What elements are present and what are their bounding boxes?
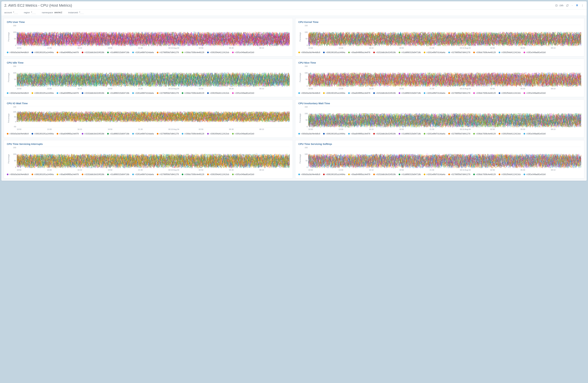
legend-item[interactable]: i-00ad049f85a14e978 [348, 133, 370, 135]
legend-item[interactable]: i-036dc7009c4e48129 [473, 133, 496, 135]
legend-item[interactable]: i-000d3a3dcf4e4d6c9 [298, 92, 320, 94]
legend-item[interactable]: i-0261e6fbf7d14da4a [132, 92, 154, 94]
legend-item[interactable]: i-01d8f80315d04718b [399, 133, 421, 135]
chart-plot[interactable] [308, 106, 581, 128]
legend-item[interactable]: i-02786f59d7d841278 [157, 51, 179, 54]
chart-plot[interactable] [17, 25, 290, 46]
legend-item[interactable]: i-036dc7009c4e48129 [182, 51, 204, 54]
x-tick: 10:50 [17, 88, 47, 90]
legend-item[interactable]: i-00ad049f85a14e978 [57, 173, 79, 175]
legend-item[interactable]: i-03f1e349ad81e01b0 [232, 92, 254, 94]
legend-item[interactable]: i-036dc7009c4e48129 [473, 173, 496, 175]
legend-item[interactable]: i-0261e6fbf7d14da4a [424, 92, 445, 94]
legend-item[interactable]: i-00619010f1a14494a [32, 133, 54, 135]
chart-plot[interactable] [308, 25, 581, 46]
legend-item[interactable]: i-03f1e349ad81e01b0 [232, 51, 254, 54]
legend-item[interactable]: i-03f1e349ad81e01b0 [524, 51, 546, 54]
legend-item[interactable]: i-000d3a3dcf4e4d6c9 [7, 92, 29, 94]
legend-item[interactable]: i-0261e6fbf7d14da4a [424, 51, 445, 54]
legend-item[interactable]: i-0152ddb18c024519b [373, 173, 396, 175]
refresh-icon[interactable] [566, 4, 569, 7]
legend-item[interactable]: i-0261e6fbf7d14da4a [132, 133, 154, 135]
legend-item[interactable]: i-0391f54d4112413cb [207, 51, 229, 54]
legend-item[interactable]: i-02786f59d7d841278 [448, 51, 470, 54]
legend-item[interactable]: i-01d8f80315d04718b [107, 51, 129, 54]
legend-item[interactable]: i-0391f54d4112413cb [499, 92, 521, 94]
legend-item[interactable]: i-0261e6fbf7d14da4a [132, 51, 154, 54]
legend-item[interactable]: i-00ad049f85a14e978 [57, 51, 79, 54]
legend-item[interactable]: i-02786f59d7d841278 [157, 173, 179, 175]
filter-namespace[interactable]: namespaceaws/ec2 [42, 11, 62, 14]
legend-item[interactable]: i-0152ddb18c024519b [82, 133, 104, 135]
legend-item[interactable]: i-0391f54d4112413cb [499, 133, 521, 135]
legend-item[interactable]: i-00ad049f85a14e978 [57, 92, 79, 94]
legend-item[interactable]: i-00619010f1a14494a [323, 173, 345, 175]
refresh-dropdown-chevron-icon[interactable] [571, 5, 573, 6]
legend-item[interactable]: i-000d3a3dcf4e4d6c9 [7, 133, 29, 135]
legend-item[interactable]: i-036dc7009c4e48129 [182, 92, 204, 94]
kebab-menu-icon[interactable] [581, 4, 584, 7]
legend-item[interactable]: i-000d3a3dcf4e4d6c9 [7, 51, 29, 54]
chart-plot[interactable] [17, 65, 290, 87]
legend-item[interactable]: i-0391f54d4112413cb [499, 173, 521, 175]
legend-item[interactable]: i-03f1e349ad81e01b0 [232, 173, 254, 175]
legend-item[interactable]: i-00619010f1a14494a [323, 92, 345, 94]
legend-item[interactable]: i-036dc7009c4e48129 [182, 173, 204, 175]
legend-item[interactable]: i-02786f59d7d841278 [157, 133, 179, 135]
legend-item[interactable]: i-00619010f1a14494a [32, 51, 54, 54]
legend-item[interactable]: i-0261e6fbf7d14da4a [424, 133, 445, 135]
legend-item[interactable]: i-01d8f80315d04718b [399, 92, 421, 94]
chart-plot[interactable] [17, 106, 290, 128]
legend-item[interactable]: i-03f1e349ad81e01b0 [232, 133, 254, 135]
legend-item[interactable]: i-000d3a3dcf4e4d6c9 [298, 133, 320, 135]
chart-plot[interactable] [308, 65, 581, 87]
legend-item[interactable]: i-01d8f80315d04718b [107, 133, 129, 135]
legend-item[interactable]: i-00619010f1a14494a [323, 51, 345, 54]
chart-plot[interactable] [17, 147, 290, 168]
legend-item[interactable]: i-000d3a3dcf4e4d6c9 [298, 173, 320, 175]
legend-item[interactable]: i-01d8f80315d04718b [399, 51, 421, 54]
legend-item[interactable]: i-01d8f80315d04718b [399, 173, 421, 175]
time-range-picker[interactable]: -24h [555, 4, 563, 7]
filter-icon[interactable] [576, 4, 578, 7]
legend-item[interactable]: i-00619010f1a14494a [32, 92, 54, 94]
legend-item[interactable]: i-02786f59d7d841278 [157, 92, 179, 94]
legend-item[interactable]: i-01d8f80315d04718b [107, 173, 129, 175]
filter-account[interactable]: account* [4, 11, 18, 14]
legend-item[interactable]: i-0391f54d4112413cb [207, 133, 229, 135]
filter-region[interactable]: region* [24, 11, 36, 14]
x-tick: 16:10 [77, 47, 108, 49]
legend-item[interactable]: i-0391f54d4112413cb [207, 92, 229, 94]
legend-item[interactable]: i-0152ddb18c024519b [373, 133, 396, 135]
legend-item[interactable]: i-00619010f1a14494a [32, 173, 54, 175]
legend-item[interactable]: i-0152ddb18c024519b [373, 51, 396, 54]
legend-item[interactable]: i-0152ddb18c024519b [82, 92, 104, 94]
legend-item[interactable]: i-000d3a3dcf4e4d6c9 [7, 173, 29, 175]
legend-item[interactable]: i-0152ddb18c024519b [82, 51, 104, 54]
legend-item[interactable]: i-02786f59d7d841278 [448, 133, 470, 135]
legend-item[interactable]: i-00ad049f85a14e978 [348, 173, 370, 175]
legend-item[interactable]: i-0152ddb18c024519b [82, 173, 104, 175]
legend-item[interactable]: i-036dc7009c4e48129 [473, 51, 496, 54]
legend-item[interactable]: i-00ad049f85a14e978 [348, 51, 370, 54]
legend-item[interactable]: i-02786f59d7d841278 [448, 173, 470, 175]
legend-item[interactable]: i-00ad049f85a14e978 [348, 92, 370, 94]
legend-item[interactable]: i-01d8f80315d04718b [107, 92, 129, 94]
legend-item[interactable]: i-0152ddb18c024519b [373, 92, 396, 94]
legend-swatch [7, 92, 8, 94]
legend-item[interactable]: i-0261e6fbf7d14da4a [424, 173, 445, 175]
legend-item[interactable]: i-036dc7009c4e48129 [182, 133, 204, 135]
legend-item[interactable]: i-03f1e349ad81e01b0 [524, 173, 546, 175]
legend-item[interactable]: i-03f1e349ad81e01b0 [524, 92, 546, 94]
legend-item[interactable]: i-0261e6fbf7d14da4a [132, 173, 154, 175]
legend-item[interactable]: i-03f1e349ad81e01b0 [524, 133, 546, 135]
legend-item[interactable]: i-00ad049f85a14e978 [57, 133, 79, 135]
legend-item[interactable]: i-02786f59d7d841278 [448, 92, 470, 94]
chart-plot[interactable] [308, 147, 581, 168]
filter-instanceid[interactable]: instanceid* [68, 11, 84, 14]
legend-item[interactable]: i-00619010f1a14494a [323, 133, 345, 135]
legend-item[interactable]: i-000d3a3dcf4e4d6c9 [298, 51, 320, 54]
legend-item[interactable]: i-0391f54d4112413cb [499, 51, 521, 54]
legend-item[interactable]: i-0391f54d4112413cb [207, 173, 229, 175]
legend-item[interactable]: i-036dc7009c4e48129 [473, 92, 496, 94]
